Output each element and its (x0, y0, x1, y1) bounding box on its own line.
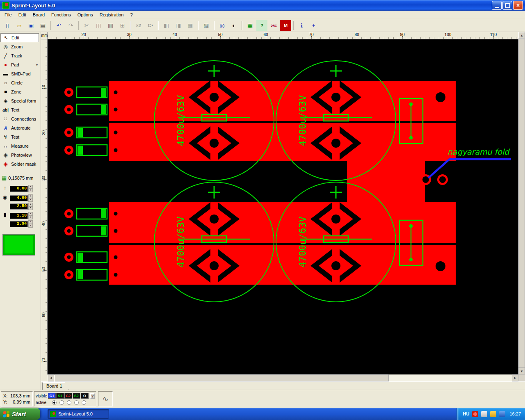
menu-help[interactable]: ? (127, 11, 136, 18)
board-canvas[interactable]: 4700u/63V 4700u/63V 4700u/63V 4700u/63V … (48, 39, 518, 374)
smd-height-value[interactable]: 2.94 (10, 221, 28, 227)
toolbar-duplicate-button[interactable]: ⊞ (117, 20, 128, 31)
toolbar-redo-button[interactable]: ↷ (65, 20, 76, 31)
volume-tray-icon[interactable] (490, 411, 496, 417)
layer-active-s2[interactable] (74, 400, 79, 405)
track-width-value[interactable]: 0.60 (10, 186, 28, 192)
toolbar-photoview-contrast-button[interactable]: ◐ (228, 20, 240, 31)
pad-outer-value[interactable]: 4.00 (10, 195, 28, 201)
pad-inner-stepper[interactable]: ▴▾ (28, 203, 33, 210)
toolbar-new-button[interactable]: ▯ (2, 20, 13, 31)
tool-text[interactable]: ab|Text (0, 105, 41, 114)
toolbar-drc-button[interactable]: DRC (268, 20, 279, 31)
horizontal-scrollbar[interactable]: ◄ ► (48, 374, 518, 381)
scroll-left-button[interactable]: ◄ (48, 374, 54, 381)
copper-connector[interactable] (347, 161, 425, 202)
copper-rail-top-1[interactable] (109, 81, 456, 121)
pad-outer-stepper[interactable]: ▴▾ (28, 194, 33, 202)
application-tray-icon[interactable] (481, 411, 487, 417)
vertical-scroll-thumb[interactable] (518, 39, 525, 368)
toolbar-layers-check-button[interactable]: ▦ (244, 20, 256, 31)
toolbar-macros-button[interactable]: M (280, 20, 291, 31)
pcb-drawing[interactable]: 4700u/63V 4700u/63V 4700u/63V 4700u/63V … (48, 39, 518, 374)
restore-button[interactable] (502, 1, 512, 10)
tool-track[interactable]: ╱Track (0, 51, 41, 60)
layer-visible-c2[interactable]: C2 (64, 393, 72, 399)
toolbar-save-button[interactable]: ▣ (25, 20, 37, 31)
layer-active-c1[interactable] (52, 400, 57, 405)
toolbar-cut-button[interactable]: ✂ (81, 20, 92, 31)
layer-visible-s1[interactable]: S1 (56, 393, 64, 399)
pad-inner-value[interactable]: 2.50 (10, 203, 28, 210)
tool-autoroute[interactable]: AAutoroute (0, 123, 41, 132)
menu-edit[interactable]: Edit (15, 11, 30, 18)
layer-active-s1[interactable] (59, 400, 64, 405)
security-tray-icon[interactable] (472, 411, 478, 417)
minimize-button[interactable] (492, 1, 502, 10)
smd-width-value[interactable]: 1.10 (10, 213, 28, 219)
color-swatch[interactable] (2, 234, 35, 256)
copper-rail-top-2[interactable] (109, 123, 456, 161)
menu-board[interactable]: Board (30, 11, 48, 18)
tool-pad[interactable]: ●Pad▾ (0, 60, 41, 69)
menu-registration[interactable]: Registration (96, 11, 127, 18)
toolbar-mirror-horizontal-button[interactable]: ◧ (161, 20, 172, 31)
scroll-right-button[interactable]: ► (512, 374, 518, 381)
layer-active-c2[interactable] (67, 400, 71, 405)
network-tray-icon[interactable] (499, 411, 505, 417)
toolbar-rotate-button[interactable]: C▾ (145, 20, 156, 31)
tool-zoom[interactable]: ◎Zoom (0, 42, 41, 51)
toolbar-origin-button[interactable]: + (308, 20, 319, 31)
layer-visible-o[interactable]: O (81, 393, 89, 399)
close-button[interactable]: × (513, 1, 523, 10)
tool-special-form[interactable]: ◈Special form (0, 96, 41, 105)
toolbar-mirror-vertical-button[interactable]: ◨ (173, 20, 184, 31)
toolbar-scale-x2-button[interactable]: ×2 (133, 20, 144, 31)
annotation-text[interactable]: nagyaramu fold (447, 147, 510, 156)
grid-setting[interactable]: ▦ 0,15875 mm (0, 175, 41, 181)
copper-rail-bottom-2[interactable] (109, 245, 456, 285)
horizontal-scroll-thumb[interactable] (55, 374, 389, 381)
capacitor-value-label[interactable]: 4700u/63V (297, 95, 308, 146)
toolbar-print-button[interactable]: ▤ (37, 20, 48, 31)
toolbar-info-button[interactable]: ℹ (296, 20, 307, 31)
tool-photoview[interactable]: ◉Photoview (0, 151, 41, 160)
tool-measure[interactable]: ↔Measure (0, 142, 41, 151)
tool-solder-mask[interactable]: ◉Solder mask (0, 160, 41, 169)
copper-rail-bottom-1[interactable] (109, 202, 456, 243)
tool-zone[interactable]: ■Zone (0, 87, 41, 96)
layer-visible-s2[interactable]: S2 (73, 393, 80, 399)
smd-width-stepper[interactable]: ▴▾ (28, 212, 33, 219)
tool-circle[interactable]: ○Circle (0, 78, 41, 87)
tool-edit[interactable]: ↖Edit (0, 33, 39, 42)
board-tab[interactable]: Board 1 (42, 382, 68, 390)
rotate-dropdown-arrow[interactable]: ▾ (151, 24, 153, 27)
language-indicator[interactable]: HU (463, 411, 470, 416)
menu-file[interactable]: File (1, 11, 15, 18)
layer-help-button[interactable]: ? (90, 393, 95, 399)
capacitor-value-label[interactable]: 4700u/63V (176, 217, 186, 268)
start-button[interactable]: Start (0, 408, 40, 420)
taskbar-task-button[interactable]: Sprint-Layout 5.0 (48, 409, 109, 419)
layer-visible-c1[interactable]: C1 (48, 393, 56, 399)
toolbar-connection-test-button[interactable]: ? (256, 20, 267, 31)
toolbar-zoom-all-button[interactable]: ◎ (217, 20, 228, 31)
bend-mode-button[interactable]: ∿ (98, 391, 113, 406)
toolbar-align-button[interactable]: ▩ (185, 20, 196, 31)
menu-functions[interactable]: Functions (48, 11, 74, 18)
scroll-up-button[interactable]: ▲ (518, 32, 525, 39)
tool-connections[interactable]: ∷Connections (0, 114, 41, 123)
scroll-down-button[interactable]: ▼ (518, 368, 525, 374)
capacitor-value-label[interactable]: 4700u/63V (176, 95, 186, 146)
toolbar-ratsnest-button[interactable]: ▨ (201, 20, 212, 31)
pad-dropdown-arrow[interactable]: ▾ (36, 63, 38, 67)
tool-smd-pad[interactable]: ▬SMD-Pad (0, 69, 41, 78)
capacitor-value-label[interactable]: 4700u/63V (297, 217, 308, 268)
smd-height-stepper[interactable]: ▴▾ (28, 220, 33, 228)
toolbar-undo-button[interactable]: ↶ (53, 20, 64, 31)
toolbar-paste-button[interactable]: ▥ (105, 20, 116, 31)
toolbar-open-button[interactable]: ▱ (14, 20, 25, 31)
toolbar-copy-button[interactable]: ◫ (93, 20, 104, 31)
tool-test[interactable]: ↯Test (0, 132, 41, 142)
menu-options[interactable]: Options (74, 11, 96, 18)
